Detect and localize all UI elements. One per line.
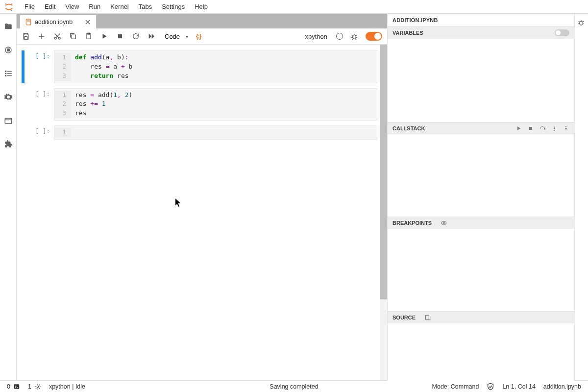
stop-icon[interactable] [116,32,124,41]
svg-rect-11 [5,119,12,124]
code-editor[interactable]: 1def add(a, b):2 res = a + b3 return res [54,50,377,83]
status-kernels-count: 1 [28,383,31,390]
line-number: 1 [54,128,71,137]
svg-rect-22 [118,34,122,38]
debugger-sidebar-icon[interactable] [577,19,586,27]
settings-gear-icon[interactable] [3,92,13,102]
pause-icon[interactable] [527,125,534,132]
tab-bar: addition.ipynb [17,14,387,28]
breakpoints-section: BREAKPOINTS [388,217,574,311]
code-cell[interactable]: [ ]:1def add(a, b):2 res = a + b3 return… [22,50,377,83]
status-filename[interactable]: addition.ipynb [543,383,581,390]
svg-rect-4 [7,49,9,51]
run-icon[interactable] [100,32,109,41]
status-mode: Mode: Command [432,383,479,390]
cut-icon[interactable] [53,32,62,41]
svg-point-23 [353,35,356,39]
status-kernels[interactable]: 1 [28,383,41,390]
debugger-file-label: ADDITION.IPYNB [388,14,574,26]
toc-icon[interactable] [3,69,13,78]
svg-point-27 [565,126,566,127]
tabs-icon[interactable] [3,116,13,125]
jupyter-logo-icon [4,2,14,12]
code-editor[interactable]: 1res = add(1, 2)2res += 13res [54,88,377,121]
svg-rect-15 [24,33,27,35]
code-line[interactable] [71,128,75,137]
status-trusted-icon[interactable] [487,383,494,391]
restart-icon[interactable] [131,32,140,41]
variables-body [388,39,574,122]
code-line[interactable]: res [71,109,86,118]
folder-icon[interactable] [3,22,13,31]
svg-rect-8 [7,73,11,74]
line-number: 3 [54,72,71,81]
tab-notebook[interactable]: addition.ipynb [20,15,97,28]
running-icon[interactable] [3,45,13,55]
source-section: SOURCE [388,311,574,392]
menu-edit[interactable]: Edit [40,1,60,12]
svg-point-25 [544,128,545,129]
variables-section: VARIABLES [388,26,574,122]
code-line[interactable]: res = a + b [71,62,132,72]
status-cursor-pos: Ln 1, Col 14 [502,383,535,390]
cell-type-select[interactable]: Code [163,32,189,41]
bug-icon[interactable] [350,32,359,41]
status-message: Saving completed [270,383,318,390]
code-editor[interactable]: 1 [54,125,377,140]
main-area: addition.ipynb Code {;} xpython [17,14,387,380]
svg-point-31 [579,21,583,25]
svg-rect-16 [24,37,27,39]
debugger-toggle[interactable] [366,32,382,41]
source-header-label: SOURCE [392,315,416,320]
svg-point-0 [5,3,6,4]
notebook-body[interactable]: [ ]:1def add(a, b):2 res = a + b3 return… [17,45,387,380]
code-line[interactable]: res = add(1, 2) [71,91,132,100]
scrollbar[interactable] [380,45,387,380]
close-icon[interactable] [84,19,91,25]
status-terminals[interactable]: 0 [7,383,20,390]
svg-rect-10 [7,75,11,76]
save-icon[interactable] [22,32,30,41]
callstack-body [388,134,574,217]
breakpoints-clear-icon[interactable] [441,220,447,226]
step-in-icon[interactable] [551,125,558,132]
svg-point-2 [11,9,12,11]
menu-settings[interactable]: Settings [157,1,190,12]
svg-rect-9 [5,75,6,76]
right-sidebar [574,14,588,380]
paste-icon[interactable] [84,32,93,41]
code-cell[interactable]: [ ]:1res = add(1, 2)2res += 13res [22,88,377,121]
menu-file[interactable]: File [20,1,40,12]
menu-run[interactable]: Run [84,1,105,12]
render-icon[interactable]: {;} [196,33,201,40]
copy-icon[interactable] [69,32,77,41]
add-cell-icon[interactable] [37,32,46,41]
svg-point-26 [554,130,555,131]
svg-point-18 [58,37,60,39]
status-kernel-name[interactable]: xpython | Idle [49,383,85,390]
code-line[interactable]: def add(a, b): [71,53,129,62]
menu-view[interactable]: View [60,1,84,12]
code-cell[interactable]: [ ]:1 [22,125,377,140]
source-open-icon[interactable] [424,314,431,321]
menu-help[interactable]: Help [190,1,213,12]
svg-rect-6 [7,71,11,72]
continue-icon[interactable] [515,125,522,132]
svg-rect-5 [5,71,6,72]
menu-kernel[interactable]: Kernel [105,1,134,12]
run-all-icon[interactable] [147,32,156,41]
svg-point-33 [37,386,39,388]
breakpoints-header-label: BREAKPOINTS [392,220,432,226]
menu-tabs[interactable]: Tabs [134,1,157,12]
code-line[interactable]: return res [71,72,129,81]
svg-rect-13 [27,20,30,21]
callstack-header-label: CALLSTACK [392,125,425,131]
kernel-status-icon[interactable] [336,33,343,40]
variables-toggle[interactable] [555,29,569,36]
extension-icon[interactable] [3,139,13,149]
step-out-icon[interactable] [563,125,569,132]
code-line[interactable]: res += 1 [71,99,106,109]
cell-type-dropdown[interactable]: Code [163,32,189,41]
kernel-name-label[interactable]: xpython [305,33,327,40]
step-over-icon[interactable] [539,125,546,132]
